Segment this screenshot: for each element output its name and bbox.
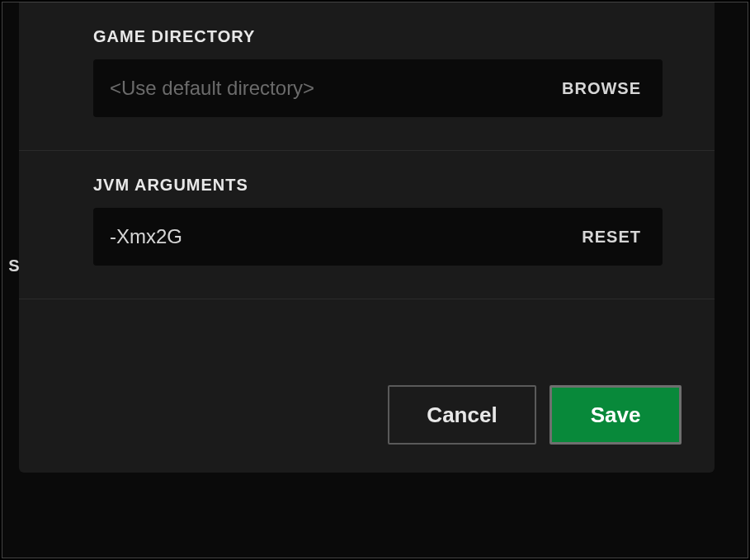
section-divider [19, 150, 715, 151]
jvm-arguments-input[interactable] [110, 225, 577, 248]
game-directory-label: GAME DIRECTORY [93, 27, 715, 46]
game-directory-input-group: BROWSE [93, 59, 663, 117]
game-directory-section: GAME DIRECTORY BROWSE [19, 27, 715, 142]
section-divider-2 [19, 299, 715, 299]
game-directory-input[interactable] [110, 77, 557, 100]
window-frame: SE GAME DIRECTORY BROWSE JVM ARGUMENTS R… [2, 2, 748, 558]
jvm-arguments-input-group: RESET [93, 208, 663, 266]
cancel-button[interactable]: Cancel [388, 385, 536, 445]
save-button[interactable]: Save [550, 385, 682, 445]
jvm-arguments-label: JVM ARGUMENTS [93, 176, 715, 195]
browse-button[interactable]: BROWSE [557, 79, 646, 98]
jvm-arguments-section: JVM ARGUMENTS RESET [19, 176, 715, 290]
settings-panel: GAME DIRECTORY BROWSE JVM ARGUMENTS RESE… [19, 2, 715, 473]
button-bar: Cancel Save [388, 385, 682, 445]
reset-button[interactable]: RESET [577, 228, 646, 247]
